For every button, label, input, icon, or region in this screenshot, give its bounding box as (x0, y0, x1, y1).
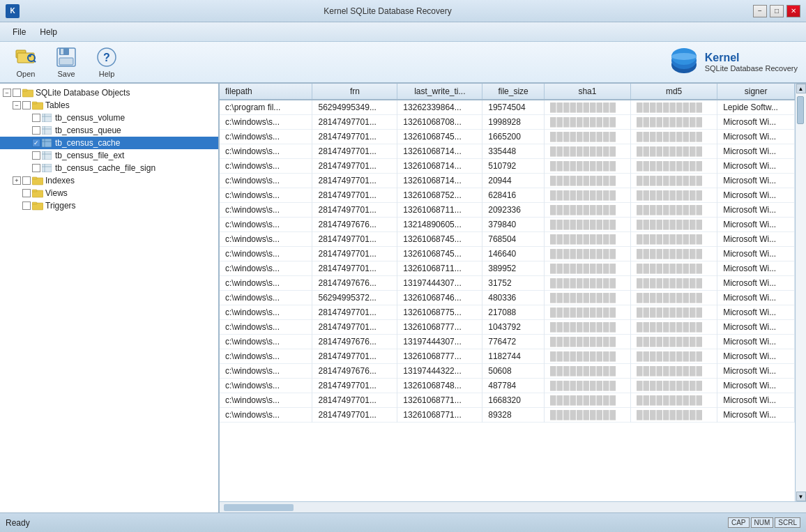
scroll-down-button[interactable]: ▼ (796, 492, 806, 501)
tree-table-2[interactable]: ✓ tb_census_cache (0, 137, 218, 149)
table-scroll-wrapper[interactable]: filepath frn last_write_ti... file_size … (220, 84, 795, 501)
table-row[interactable]: c:\windows\s...28147497701...13261068777… (220, 320, 795, 335)
tables-expander[interactable]: − (13, 101, 21, 109)
maximize-button[interactable]: □ (770, 5, 784, 17)
table-row[interactable]: c:\windows\s...28147497701...13261068714… (220, 174, 795, 188)
root-expander[interactable]: − (3, 89, 11, 97)
table-row[interactable]: c:\windows\s...28147497701...13261068745… (220, 232, 795, 247)
close-button[interactable]: ✕ (786, 5, 800, 17)
indexes-checkbox[interactable] (22, 176, 31, 185)
indexes-label: Indexes (45, 176, 75, 185)
svg-rect-40 (32, 202, 37, 204)
table-row[interactable]: c:\program fil...56294995349...132623398… (220, 100, 795, 115)
table-cell: ██████████ (631, 100, 717, 115)
table-row[interactable]: c:\windows\s...28147497701...13261068748… (220, 379, 795, 393)
help-button[interactable]: ? Help (89, 43, 124, 82)
tree-table-4[interactable]: tb_census_cache_file_sign (0, 162, 218, 174)
table-cell: 13261068745... (397, 130, 482, 144)
table-1-checkbox[interactable] (32, 126, 40, 135)
indexes-folder-icon (32, 176, 43, 185)
table-cell: ██████████ (631, 130, 717, 144)
table-row[interactable]: c:\windows\s...28147497701...13261068745… (220, 247, 795, 261)
tree-views[interactable]: Views (0, 187, 218, 199)
table-row[interactable]: c:\windows\s...28147497701...13261068714… (220, 144, 795, 159)
scroll-up-button[interactable]: ▲ (796, 84, 806, 93)
col-filepath[interactable]: filepath (220, 84, 312, 100)
root-label: SQLite Database Objects (36, 88, 130, 98)
table-4-checkbox[interactable] (32, 164, 40, 172)
table-cell: 480336 (482, 291, 545, 305)
tree-triggers[interactable]: Triggers (0, 199, 218, 212)
col-last-write[interactable]: last_write_ti... (397, 84, 482, 100)
col-signer[interactable]: signer (717, 84, 795, 100)
table-cell: 28147497701... (312, 203, 397, 218)
scroll-thumb[interactable] (797, 96, 804, 124)
num-indicator: NUM (751, 517, 774, 528)
table-row[interactable]: c:\windows\s...28147497676...13197444322… (220, 364, 795, 379)
table-cell: 776472 (482, 335, 545, 349)
open-button[interactable]: Open (8, 43, 43, 82)
menu-help[interactable]: Help (33, 24, 64, 40)
triggers-checkbox[interactable] (22, 202, 31, 210)
table-row[interactable]: c:\windows\s...28147497701...13261068771… (220, 393, 795, 408)
scrl-indicator: SCRL (775, 517, 800, 528)
save-button[interactable]: Save (49, 43, 84, 82)
h-scrollbar[interactable] (220, 501, 806, 512)
logo-text-area: Kernel SQLite Database Recovery (705, 52, 798, 73)
toolbar: Open Save ? Help (0, 42, 806, 84)
menu-file[interactable]: File (6, 24, 33, 40)
table-cell: ██████████ (631, 232, 717, 247)
table-row[interactable]: c:\windows\s...28147497701...13261068775… (220, 305, 795, 320)
tree-indexes[interactable]: + Indexes (0, 174, 218, 187)
tree-table-1[interactable]: tb_census_queue (0, 124, 218, 137)
col-sha1[interactable]: sha1 (544, 84, 630, 100)
table-3-label: tb_census_file_ext (55, 151, 124, 160)
table-cell: c:\windows\s... (220, 291, 312, 305)
table-cell: 89328 (482, 408, 545, 423)
v-scrollbar[interactable]: ▲ ▼ (795, 84, 806, 501)
table-cell: ██████████ (544, 349, 630, 364)
table-cell: c:\windows\s... (220, 115, 312, 130)
col-file-size[interactable]: file_size (482, 84, 545, 100)
table-0-checkbox[interactable] (32, 114, 40, 122)
table-row[interactable]: c:\windows\s...28147497676...13197444307… (220, 276, 795, 291)
table-row[interactable]: c:\windows\s...28147497676...13214890605… (220, 218, 795, 232)
table-cell: 28147497701... (312, 349, 397, 364)
table-cell: c:\program fil... (220, 100, 312, 115)
scroll-track[interactable] (796, 93, 806, 492)
tables-checkbox[interactable] (22, 101, 31, 109)
table-cell: 1043792 (482, 320, 545, 335)
table-row[interactable]: c:\windows\s...28147497701...13261068752… (220, 188, 795, 203)
table-row[interactable]: c:\windows\s...28147497676...13197444307… (220, 335, 795, 349)
sidebar[interactable]: − SQLite Database Objects − Tables (0, 84, 220, 512)
views-checkbox[interactable] (22, 189, 31, 197)
table-cell: Microsoft Wi... (717, 379, 795, 393)
svg-text:?: ? (103, 52, 110, 63)
root-checkbox[interactable] (13, 89, 21, 97)
table-row[interactable]: c:\windows\s...28147497701...13261068714… (220, 159, 795, 174)
table-cell: 28147497701... (312, 305, 397, 320)
tree-table-0[interactable]: tb_census_volume (0, 112, 218, 124)
col-frn[interactable]: frn (312, 84, 397, 100)
indexes-expander[interactable]: + (13, 176, 21, 185)
table-cell: 13261068771... (397, 393, 482, 408)
table-3-checkbox[interactable] (32, 151, 40, 160)
table-row[interactable]: c:\windows\s...56294995372...13261068746… (220, 291, 795, 305)
table-row[interactable]: c:\windows\s...28147497701...13261068711… (220, 261, 795, 276)
tree-tables[interactable]: − Tables (0, 99, 218, 112)
h-scroll-thumb[interactable] (224, 504, 294, 511)
table-row[interactable]: c:\windows\s...28147497701...13261068777… (220, 349, 795, 364)
tree-table-3[interactable]: tb_census_file_ext (0, 149, 218, 162)
table-cell: Microsoft Wi... (717, 349, 795, 364)
table-cell: Microsoft Wi... (717, 261, 795, 276)
table-row[interactable]: c:\windows\s...28147497701...13261068771… (220, 408, 795, 423)
table-2-checkbox[interactable]: ✓ (32, 139, 40, 147)
table-row[interactable]: c:\windows\s...28147497701...13261068711… (220, 203, 795, 218)
minimize-button[interactable]: − (753, 5, 767, 17)
col-md5[interactable]: md5 (631, 84, 717, 100)
tree-root[interactable]: − SQLite Database Objects (0, 86, 218, 99)
svg-rect-9 (59, 58, 73, 65)
table-row[interactable]: c:\windows\s...28147497701...13261068708… (220, 115, 795, 130)
table-row[interactable]: c:\windows\s...28147497701...13261068745… (220, 130, 795, 144)
svg-rect-23 (42, 126, 52, 135)
